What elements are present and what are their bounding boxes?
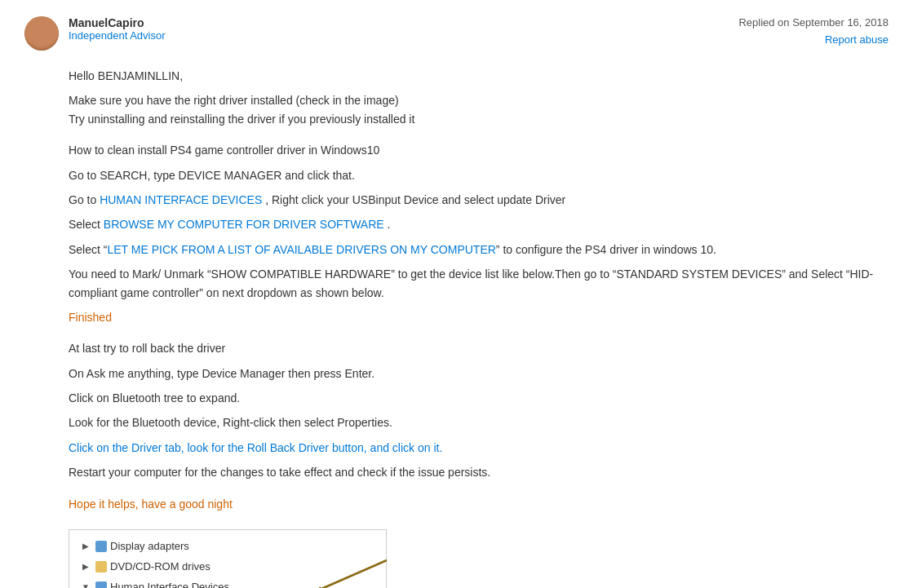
step4-link: LET ME PICK FROM A LIST OF AVAILABLE DRI… [107, 243, 495, 256]
hid-icon [95, 581, 107, 588]
para3-line4: Look for the Bluetooth device, Right-cli… [69, 413, 889, 431]
reply-container: ManuelCapiro Independent Advisor Replied… [0, 0, 913, 588]
user-details: ManuelCapiro Independent Advisor [69, 16, 166, 42]
para3-line2: On Ask me anything, type Device Manager … [69, 365, 889, 382]
user-info: ManuelCapiro Independent Advisor [24, 16, 166, 51]
device-screenshot: ▶ Display adapters ▶ DVD/CD-ROM drives ▼… [69, 529, 387, 588]
step5: You need to Mark/ Unmark “SHOW COMPATIBL… [69, 265, 889, 302]
reply-body: Hello BENJAMINLLIN, Make sure you have t… [24, 67, 889, 588]
para3-line6: Restart your computer for the changes to… [69, 463, 889, 481]
para1-line1: Make sure you have the right driver inst… [69, 91, 889, 128]
hid-label: Human Interface Devices [110, 579, 229, 588]
reply-meta: Replied on September 16, 2018 Report abu… [738, 16, 889, 46]
report-abuse-link[interactable]: Report abuse [825, 33, 889, 46]
user-role: Independent Advisor [69, 29, 166, 42]
username: ManuelCapiro [69, 16, 166, 29]
step4: Select “LET ME PICK FROM A LIST OF AVAIL… [69, 241, 889, 259]
display-adapters-icon [95, 541, 107, 552]
para3-line5: Click on the Driver tab, look for the Ro… [69, 439, 889, 457]
display-adapters-label: Display adapters [110, 538, 189, 555]
expand-icon-dvd: ▶ [79, 560, 92, 573]
para3-line1: At last try to roll back the driver [69, 339, 889, 357]
tree-row-display: ▶ Display adapters [79, 537, 376, 557]
expand-icon-hid: ▼ [79, 581, 92, 588]
step3-link: BROWSE MY COMPUTER FOR DRIVER SOFTWARE [104, 218, 384, 231]
dvd-icon [95, 561, 107, 573]
finished: Finished [69, 308, 889, 326]
reply-header: ManuelCapiro Independent Advisor Replied… [24, 16, 889, 51]
tree-row-dvd: ▶ DVD/CD-ROM drives [79, 557, 376, 577]
dvd-label: DVD/CD-ROM drives [110, 559, 211, 576]
step2: Go to HUMAN INTERFACE DEVICES , Right cl… [69, 191, 889, 209]
avatar [24, 16, 59, 51]
para2: How to clean install PS4 game controller… [69, 141, 889, 159]
reply-date: Replied on September 16, 2018 [738, 16, 889, 29]
step2-link: HUMAN INTERFACE DEVICES [100, 193, 262, 206]
para3-line3: Click on Bluetooth tree to expand. [69, 389, 889, 407]
step1: Go to SEARCH, type DEVICE MANAGER and cl… [69, 166, 889, 184]
greeting: Hello BENJAMINLLIN, [69, 67, 889, 85]
tree-row-hid: ▼ Human Interface Devices [79, 577, 376, 588]
step3: Select BROWSE MY COMPUTER FOR DRIVER SOF… [69, 215, 889, 233]
expand-icon: ▶ [79, 540, 92, 553]
device-screenshot-wrapper: ▶ Display adapters ▶ DVD/CD-ROM drives ▼… [69, 519, 387, 588]
closing: Hope it helps, have a good night [69, 495, 889, 513]
